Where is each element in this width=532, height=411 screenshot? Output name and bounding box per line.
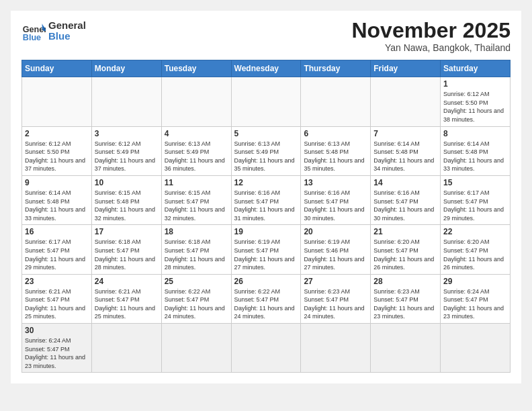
calendar-day-12: 12Sunrise: 6:16 AMSunset: 5:47 PMDayligh… [231,175,301,224]
sunrise-19: Sunrise: 6:19 AM [234,238,281,245]
daylight-19: Daylight: 11 hours and 27 minutes. [234,256,295,271]
daylight-3: Daylight: 11 hours and 37 minutes. [95,157,155,173]
day-info-1: Sunrise: 6:12 AMSunset: 5:50 PMDaylight:… [443,90,507,124]
day-number-13: 13 [304,178,367,187]
sunrise-29: Sunrise: 6:24 AM [443,288,490,295]
daylight-8: Daylight: 11 hours and 33 minutes. [443,157,504,173]
day-number-30: 30 [25,326,89,335]
day-info-21: Sunrise: 6:20 AMSunset: 5:47 PMDaylight:… [373,238,437,271]
daylight-23: Daylight: 11 hours and 25 minutes. [25,305,85,320]
day-info-19: Sunrise: 6:19 AMSunset: 5:47 PMDaylight:… [234,238,298,271]
day-info-17: Sunrise: 6:18 AMSunset: 5:47 PMDaylight:… [95,238,159,271]
location-subtitle: Yan Nawa, Bangkok, Thailand [351,42,511,53]
calendar-day-19: 19Sunrise: 6:19 AMSunset: 5:47 PMDayligh… [231,225,301,274]
daylight-30: Daylight: 11 hours and 23 minutes. [25,354,85,369]
calendar-day-11: 11Sunrise: 6:15 AMSunset: 5:47 PMDayligh… [161,175,231,224]
sunset-23: Sunset: 5:47 PM [25,296,70,303]
sunrise-17: Sunrise: 6:18 AM [95,238,141,245]
day-number-3: 3 [95,129,159,138]
day-info-14: Sunrise: 6:16 AMSunset: 5:47 PMDaylight:… [373,189,437,222]
sunset-11: Sunset: 5:47 PM [165,198,210,205]
day-info-20: Sunrise: 6:19 AMSunset: 5:46 PMDaylight:… [304,238,367,271]
day-number-16: 16 [25,227,89,236]
daylight-4: Daylight: 11 hours and 36 minutes. [165,157,225,173]
day-info-16: Sunrise: 6:17 AMSunset: 5:47 PMDaylight:… [25,238,89,271]
day-info-6: Sunrise: 6:13 AMSunset: 5:48 PMDaylight:… [304,140,367,173]
sunset-16: Sunset: 5:47 PM [25,247,70,254]
daylight-20: Daylight: 11 hours and 27 minutes. [304,256,364,271]
day-info-4: Sunrise: 6:13 AMSunset: 5:49 PMDaylight:… [165,140,228,173]
sunrise-15: Sunrise: 6:17 AM [443,189,490,196]
daylight-28: Daylight: 11 hours and 23 minutes. [373,305,434,320]
day-info-28: Sunrise: 6:23 AMSunset: 5:47 PMDaylight:… [373,287,437,321]
calendar-day-18: 18Sunrise: 6:18 AMSunset: 5:47 PMDayligh… [161,225,231,274]
day-info-18: Sunrise: 6:18 AMSunset: 5:47 PMDaylight:… [165,238,228,271]
sunset-6: Sunset: 5:48 PM [304,148,349,155]
day-number-27: 27 [304,277,367,286]
sunset-10: Sunset: 5:48 PM [95,198,140,205]
day-info-15: Sunrise: 6:17 AMSunset: 5:47 PMDaylight:… [443,189,507,222]
sunset-5: Sunset: 5:49 PM [234,148,279,155]
sunrise-4: Sunrise: 6:13 AM [165,140,211,147]
sunset-1: Sunset: 5:50 PM [443,99,488,106]
day-number-5: 5 [234,129,298,138]
sunrise-12: Sunrise: 6:16 AM [234,189,281,196]
sunset-2: Sunset: 5:50 PM [25,148,70,155]
sunset-30: Sunset: 5:47 PM [25,346,70,353]
day-number-10: 10 [95,178,159,187]
day-info-10: Sunrise: 6:15 AMSunset: 5:48 PMDaylight:… [95,189,159,222]
empty-cell [301,324,371,373]
day-number-14: 14 [373,178,437,187]
calendar-day-14: 14Sunrise: 6:16 AMSunset: 5:47 PMDayligh… [371,175,441,224]
daylight-21: Daylight: 11 hours and 26 minutes. [373,256,434,271]
daylight-11: Daylight: 11 hours and 32 minutes. [165,206,225,222]
day-info-8: Sunrise: 6:14 AMSunset: 5:48 PMDaylight:… [443,140,507,173]
day-number-2: 2 [25,129,89,138]
calendar-day-29: 29Sunrise: 6:24 AMSunset: 5:47 PMDayligh… [441,274,511,323]
header-tuesday: Tuesday [161,60,231,77]
header-wednesday: Wednesday [231,60,301,77]
day-number-29: 29 [443,277,507,286]
logo-icon: General Blue [21,19,46,43]
calendar-row-5: 23Sunrise: 6:21 AMSunset: 5:47 PMDayligh… [22,274,511,323]
page: General Blue General Blue November 2025 … [11,11,521,383]
day-number-12: 12 [234,178,298,187]
header-thursday: Thursday [301,60,371,77]
sunset-21: Sunset: 5:47 PM [373,247,418,254]
day-info-9: Sunrise: 6:14 AMSunset: 5:48 PMDaylight:… [25,189,89,222]
day-info-13: Sunrise: 6:16 AMSunset: 5:47 PMDaylight:… [304,189,367,222]
calendar-day-30: 30Sunrise: 6:24 AMSunset: 5:47 PMDayligh… [22,324,92,373]
logo-blue: Blue [48,30,71,42]
sunset-15: Sunset: 5:47 PM [443,198,488,205]
calendar-day-10: 10Sunrise: 6:15 AMSunset: 5:48 PMDayligh… [91,175,161,224]
month-title: November 2025 [351,19,511,42]
empty-cell [91,77,161,126]
day-number-22: 22 [443,227,507,236]
day-info-24: Sunrise: 6:21 AMSunset: 5:47 PMDaylight:… [95,287,159,321]
daylight-18: Daylight: 11 hours and 28 minutes. [165,256,225,271]
sunrise-9: Sunrise: 6:14 AM [25,189,71,196]
daylight-29: Daylight: 11 hours and 23 minutes. [443,305,504,320]
empty-cell [301,77,371,126]
title-block: November 2025 Yan Nawa, Bangkok, Thailan… [351,19,511,53]
empty-cell [231,324,301,373]
day-info-29: Sunrise: 6:24 AMSunset: 5:47 PMDaylight:… [443,287,507,321]
calendar-day-26: 26Sunrise: 6:22 AMSunset: 5:47 PMDayligh… [231,274,301,323]
day-number-1: 1 [443,79,507,89]
day-info-7: Sunrise: 6:14 AMSunset: 5:48 PMDaylight:… [373,140,437,173]
sunset-22: Sunset: 5:47 PM [443,247,488,254]
daylight-24: Daylight: 11 hours and 25 minutes. [95,305,155,320]
header-monday: Monday [91,60,161,77]
sunrise-3: Sunrise: 6:12 AM [95,140,141,147]
sunrise-24: Sunrise: 6:21 AM [95,288,141,295]
daylight-25: Daylight: 11 hours and 24 minutes. [165,305,225,320]
sunset-26: Sunset: 5:47 PM [234,296,279,303]
sunset-4: Sunset: 5:49 PM [165,148,210,155]
calendar-day-17: 17Sunrise: 6:18 AMSunset: 5:47 PMDayligh… [91,225,161,274]
day-number-6: 6 [304,129,367,138]
calendar-row-6: 30Sunrise: 6:24 AMSunset: 5:47 PMDayligh… [22,324,511,373]
sunset-14: Sunset: 5:47 PM [373,198,418,205]
calendar-day-20: 20Sunrise: 6:19 AMSunset: 5:46 PMDayligh… [301,225,371,274]
day-info-2: Sunrise: 6:12 AMSunset: 5:50 PMDaylight:… [25,140,89,173]
day-info-25: Sunrise: 6:22 AMSunset: 5:47 PMDaylight:… [165,287,228,321]
